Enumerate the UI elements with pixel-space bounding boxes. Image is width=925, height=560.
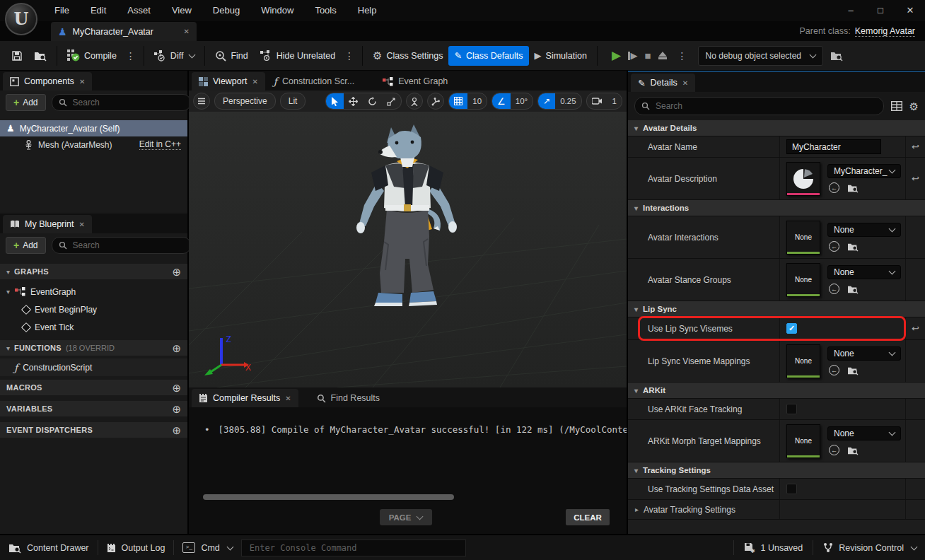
- rotate-tool-button[interactable]: [363, 93, 382, 109]
- minimize-button[interactable]: –: [836, 0, 866, 21]
- expand-triangle-icon[interactable]: ▸: [635, 506, 639, 513]
- compiler-log-line[interactable]: • [3805.88] Compile of MyCharacter_Avata…: [189, 407, 627, 435]
- find-button[interactable]: Find: [209, 46, 253, 66]
- parent-class-link[interactable]: Kemorig Avatar: [855, 26, 915, 37]
- eject-button[interactable]: [658, 52, 667, 59]
- add-graph-icon[interactable]: ⊕: [172, 267, 181, 277]
- close-panel-icon[interactable]: ✕: [682, 79, 688, 87]
- output-log-button[interactable]: Output Log: [107, 543, 165, 553]
- morph-target-mappings-dropdown[interactable]: None: [827, 426, 901, 441]
- page-dropdown[interactable]: PAGE: [380, 509, 432, 525]
- section-functions[interactable]: ▾ FUNCTIONS (18 OVERRID ⊕: [0, 340, 187, 356]
- viewport-3d[interactable]: Z X: [189, 112, 627, 387]
- browse-to-asset-icon[interactable]: [847, 242, 859, 252]
- tab-compiler-results[interactable]: Compiler Results ✕: [192, 389, 298, 407]
- menu-view[interactable]: View: [161, 0, 202, 21]
- menu-edit[interactable]: Edit: [80, 0, 117, 21]
- components-search[interactable]: [52, 94, 191, 111]
- angle-snap-value[interactable]: 10°: [511, 93, 533, 109]
- compile-options-kebab-icon[interactable]: ⋮: [122, 50, 139, 62]
- hide-unrelated-kebab-icon[interactable]: ⋮: [341, 50, 358, 62]
- row-construction-script[interactable]: ƒ ConstructionScript: [0, 358, 187, 376]
- morph-target-mappings-thumbnail[interactable]: None: [786, 424, 820, 458]
- tab-construction-script[interactable]: ƒ Construction Scr...: [267, 72, 361, 91]
- row-event-tick[interactable]: Event Tick: [0, 318, 187, 336]
- add-dispatcher-icon[interactable]: ⊕: [172, 425, 181, 436]
- details-search-input[interactable]: [654, 100, 877, 112]
- header-arkit[interactable]: ▾ ARKit: [628, 383, 925, 399]
- unsaved-assets-button[interactable]: ✱ 1 Unsaved: [744, 542, 803, 553]
- close-tab-icon[interactable]: ✕: [184, 28, 190, 35]
- stop-button[interactable]: ■: [645, 50, 651, 61]
- lit-dropdown[interactable]: Lit: [280, 93, 306, 110]
- horizontal-scrollbar[interactable]: [203, 494, 454, 500]
- browse-asset-button[interactable]: [28, 46, 52, 66]
- browse-to-asset-icon[interactable]: [847, 284, 859, 294]
- use-arkit-face-tracking-checkbox[interactable]: [786, 404, 797, 414]
- use-selected-asset-icon[interactable]: ←: [829, 241, 839, 252]
- use-selected-asset-icon[interactable]: ←: [829, 182, 839, 193]
- simulation-button[interactable]: ▶ Simulation: [529, 46, 593, 66]
- grid-snap-value[interactable]: 10: [467, 93, 487, 109]
- component-row-mesh[interactable]: Mesh (AvatarMesh) Edit in C++: [0, 136, 187, 153]
- section-event-dispatchers[interactable]: EVENT DISPATCHERS ⊕: [0, 422, 187, 438]
- tab-components[interactable]: Components ✕: [3, 72, 92, 91]
- avatar-stance-groups-dropdown[interactable]: None: [827, 265, 901, 279]
- tab-event-graph[interactable]: Event Graph: [376, 72, 455, 91]
- compile-button[interactable]: Compile: [62, 46, 122, 66]
- camera-speed-button[interactable]: [587, 93, 607, 109]
- use-selected-asset-icon[interactable]: ←: [829, 365, 839, 375]
- header-tracking-settings[interactable]: ▾ Tracking Settings: [628, 462, 925, 479]
- row-event-beginplay[interactable]: Event BeginPlay: [0, 301, 187, 318]
- my-blueprint-search[interactable]: [52, 237, 191, 254]
- menu-tools[interactable]: Tools: [304, 0, 347, 21]
- viseme-mappings-thumbnail[interactable]: None: [786, 344, 820, 378]
- content-drawer-button[interactable]: Content Drawer: [8, 542, 89, 554]
- tab-details[interactable]: ✎ Details ✕: [631, 74, 695, 92]
- world-local-toggle-button[interactable]: [406, 93, 423, 110]
- add-blueprint-item-button[interactable]: + Add: [6, 237, 46, 254]
- frame-skip-button[interactable]: ▶: [628, 51, 638, 60]
- class-defaults-button[interactable]: ✎ Class Defaults: [448, 46, 528, 66]
- close-panel-icon[interactable]: ✕: [252, 78, 257, 86]
- browse-to-asset-icon[interactable]: [847, 366, 859, 375]
- menu-asset[interactable]: Asset: [117, 0, 161, 21]
- viseme-mappings-dropdown[interactable]: None: [827, 346, 901, 361]
- clear-button[interactable]: CLEAR: [566, 509, 610, 525]
- add-variable-icon[interactable]: ⊕: [172, 404, 181, 414]
- menu-file[interactable]: File: [44, 0, 80, 21]
- diff-button[interactable]: Diff: [149, 46, 201, 66]
- close-panel-icon[interactable]: ✕: [78, 221, 84, 228]
- maximize-button[interactable]: □: [866, 0, 895, 21]
- header-lip-sync[interactable]: ▾ Lip Sync: [628, 301, 925, 317]
- avatar-character-mesh[interactable]: [340, 123, 475, 328]
- section-macros[interactable]: MACROS ⊕: [0, 380, 187, 395]
- menu-debug[interactable]: Debug: [202, 0, 250, 21]
- avatar-name-input[interactable]: [786, 139, 881, 154]
- browse-to-asset-icon[interactable]: [847, 445, 859, 455]
- grid-snap-toggle[interactable]: [449, 93, 467, 109]
- close-window-button[interactable]: ✕: [895, 0, 925, 21]
- components-search-input[interactable]: [71, 97, 184, 108]
- tab-find-results[interactable]: Find Results: [310, 389, 387, 407]
- section-graphs[interactable]: ▾ GRAPHS ⊕: [0, 264, 187, 279]
- use-selected-asset-icon[interactable]: ←: [829, 284, 839, 294]
- surface-snap-button[interactable]: [427, 93, 444, 110]
- avatar-description-thumbnail[interactable]: [786, 162, 820, 196]
- debug-object-dropdown[interactable]: No debug object selected: [698, 46, 823, 66]
- play-options-kebab-icon[interactable]: ⋮: [674, 50, 691, 62]
- revision-control-button[interactable]: Revision Control: [823, 542, 917, 553]
- select-tool-button[interactable]: [326, 93, 344, 109]
- details-settings-gear-icon[interactable]: ⚙: [909, 101, 919, 112]
- section-variables[interactable]: VARIABLES ⊕: [0, 401, 187, 416]
- cmd-dropdown[interactable]: >_ Cmd: [182, 542, 232, 553]
- edit-in-cpp-link[interactable]: Edit in C++: [139, 139, 181, 150]
- console-command-input[interactable]: [248, 542, 459, 554]
- collapse-triangle-icon[interactable]: ▾: [6, 288, 10, 296]
- browse-to-asset-icon[interactable]: [847, 183, 859, 193]
- use-tracking-settings-checkbox[interactable]: [786, 484, 797, 494]
- avatar-description-dropdown[interactable]: MyCharacter_: [827, 164, 901, 178]
- tab-my-blueprint[interactable]: My Blueprint ✕: [3, 215, 92, 233]
- menu-help[interactable]: Help: [347, 0, 388, 21]
- display-filter-icon[interactable]: [891, 101, 902, 111]
